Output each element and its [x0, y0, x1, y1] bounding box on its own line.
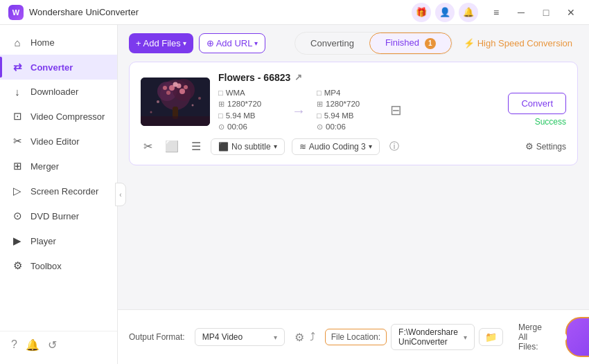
svg-point-7: [179, 89, 185, 94]
target-resolution-icon: ⊞: [317, 100, 323, 109]
window-controls: ≡ ─ □ ✕: [486, 5, 581, 20]
subtitle-dropdown-icon: ▾: [274, 143, 277, 150]
svg-point-8: [173, 82, 178, 87]
player-icon: ▶: [11, 235, 24, 247]
add-url-icon: ⊕: [206, 38, 214, 48]
start-all-button[interactable]: Start All: [565, 317, 589, 357]
external-link-icon[interactable]: ↗: [294, 72, 302, 82]
content-toolbar: + Add Files ▾ ⊕ Add URL ▾ Converting Fin…: [118, 25, 589, 62]
content-area: + Add Files ▾ ⊕ Add URL ▾ Converting Fin…: [118, 25, 589, 364]
cut-icon[interactable]: ✂: [141, 138, 155, 154]
file-info: Flowers - 66823 ↗ □ WMA: [218, 72, 566, 131]
svg-point-6: [166, 91, 170, 95]
bell-icon[interactable]: 🔔: [459, 3, 478, 22]
target-format: □ MP4: [317, 89, 379, 97]
effects-icon[interactable]: ☰: [188, 138, 204, 154]
add-files-button[interactable]: + Add Files ▾: [129, 33, 193, 53]
add-url-label: Add URL: [216, 38, 253, 48]
file-card-top: Flowers - 66823 ↗ □ WMA: [141, 72, 566, 131]
tab-finished[interactable]: Finished 1: [369, 33, 452, 54]
audio-icon: ≋: [299, 142, 306, 152]
file-location-label: File Location:: [325, 329, 387, 345]
info-icon[interactable]: ⓘ: [389, 140, 399, 153]
sidebar-collapse-button[interactable]: ‹: [115, 183, 126, 206]
file-location-path[interactable]: F:\Wondershare UniConverter ▾: [391, 324, 475, 350]
target-filesize: □ 5.94 MB: [317, 111, 379, 120]
convert-button[interactable]: Convert: [508, 93, 566, 114]
sidebar-item-home[interactable]: ⌂ Home: [0, 30, 117, 55]
downloader-icon: ↓: [11, 86, 24, 98]
app-title: Wondershare UniConverter: [29, 7, 412, 17]
file-card: Flowers - 66823 ↗ □ WMA: [129, 62, 578, 165]
svg-point-14: [192, 104, 194, 106]
refresh-icon[interactable]: ↺: [48, 338, 57, 352]
menu-icon[interactable]: ≡: [486, 5, 506, 20]
subtitle-value: No subtitle: [231, 142, 271, 152]
tab-converting[interactable]: Converting: [295, 33, 369, 54]
output-format-dropdown-icon: ▾: [274, 334, 277, 341]
share-icon[interactable]: ⤴: [310, 331, 315, 343]
crop-icon[interactable]: ⬜: [162, 138, 182, 154]
merge-label: Merge All Files:: [518, 322, 542, 352]
sidebar-item-video-editor[interactable]: ✂ Video Editor: [0, 129, 117, 154]
more-settings-icon[interactable]: ⊟: [390, 102, 402, 118]
notification-icon[interactable]: 🔔: [26, 338, 39, 352]
target-resolution: ⊞ 1280*720: [317, 100, 379, 109]
gear-icon: ⚙: [525, 141, 534, 152]
add-url-button[interactable]: ⊕ Add URL ▾: [199, 33, 266, 53]
sidebar-bottom: ? 🔔 ↺: [0, 331, 117, 358]
audio-value: Audio Coding 3: [309, 142, 366, 152]
file-list: Flowers - 66823 ↗ □ WMA: [118, 62, 589, 310]
gift-icon[interactable]: 🎁: [412, 3, 431, 22]
sidebar-item-screen-recorder[interactable]: ▷ Screen Recorder: [0, 179, 117, 203]
sidebar: ⌂ Home ⇄ Converter ↓ Downloader ⊡ Video …: [0, 25, 118, 364]
svg-rect-12: [141, 116, 210, 126]
audio-dropdown-icon: ▾: [369, 143, 372, 150]
source-duration: ⊙ 00:06: [218, 122, 281, 131]
folder-open-button[interactable]: 📁: [479, 328, 503, 346]
app-logo: W: [8, 5, 24, 20]
file-card-actions: ✂ ⬜ ☰ ⬛ No subtitle ▾ ≋ Audio Coding 3 ▾…: [141, 138, 566, 155]
path-dropdown-icon: ▾: [464, 334, 467, 341]
home-icon: ⌂: [11, 37, 24, 48]
convert-status: Success: [535, 117, 566, 127]
sidebar-item-downloader[interactable]: ↓ Downloader: [0, 80, 117, 104]
output-format-label: Output Format:: [129, 332, 185, 342]
sidebar-item-merger[interactable]: ⊞ Merger: [0, 154, 117, 179]
audio-select[interactable]: ≋ Audio Coding 3 ▾: [292, 138, 380, 155]
converter-icon: ⇄: [11, 61, 24, 73]
finished-badge: 1: [425, 38, 436, 49]
settings-icon[interactable]: ⚙: [294, 331, 304, 344]
close-button[interactable]: ✕: [561, 5, 581, 20]
sidebar-item-toolbox[interactable]: ⚙ Toolbox: [0, 253, 117, 278]
target-format-icon: □: [317, 89, 322, 97]
sidebar-item-converter[interactable]: ⇄ Converter: [0, 55, 117, 80]
target-duration-icon: ⊙: [317, 122, 323, 131]
sidebar-item-player[interactable]: ▶ Player: [0, 228, 117, 253]
target-meta: □ MP4 ⊞ 1280*720 □ 5.94 MB: [317, 89, 379, 131]
output-format-select[interactable]: MP4 Video ▾: [195, 328, 285, 346]
minimize-button[interactable]: ─: [511, 5, 531, 20]
maximize-button[interactable]: □: [536, 5, 556, 20]
help-icon[interactable]: ?: [11, 338, 17, 352]
bottom-icons: ⚙ ⤴: [294, 331, 315, 344]
sidebar-item-video-compressor[interactable]: ⊡ Video Compressor: [0, 104, 117, 129]
merger-icon: ⊞: [11, 160, 24, 172]
subtitle-select[interactable]: ⬛ No subtitle ▾: [211, 138, 285, 155]
convert-arrow-icon: →: [292, 103, 306, 119]
lightning-icon: ⚡: [464, 38, 475, 48]
folder-icon: 📁: [485, 331, 497, 343]
user-icon[interactable]: 👤: [435, 3, 455, 22]
add-files-label: + Add Files: [136, 38, 181, 48]
file-name: Flowers - 66823 ↗: [218, 72, 566, 83]
subtitle-icon: ⬛: [218, 142, 229, 152]
compressor-icon: ⊡: [11, 110, 24, 122]
sidebar-item-dvd-burner[interactable]: ⊙ DVD Burner: [0, 203, 117, 228]
add-url-arrow-icon: ▾: [254, 39, 258, 47]
editor-icon: ✂: [11, 135, 24, 147]
settings-button[interactable]: ⚙ Settings: [525, 141, 566, 152]
bottom-bar: Output Format: MP4 Video ▾ ⚙ ⤴ File Loca…: [118, 309, 589, 364]
screen-recorder-icon: ▷: [11, 185, 24, 197]
convert-section: Convert Success: [508, 93, 566, 127]
high-speed-button[interactable]: ⚡ High Speed Conversion: [458, 38, 578, 48]
